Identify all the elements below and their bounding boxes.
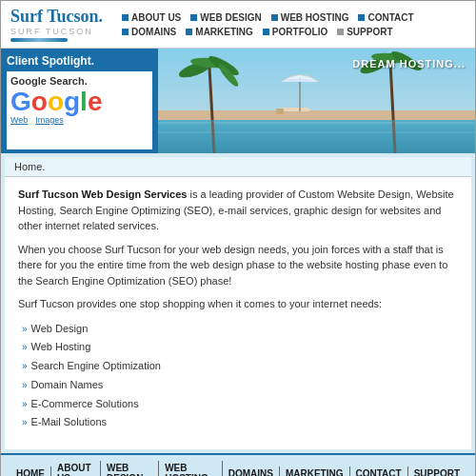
nav-square-icon <box>122 14 129 21</box>
google-images-link[interactable]: Images <box>35 115 64 125</box>
nav-about-us-label: ABOUT US <box>131 12 181 23</box>
nav-about-us[interactable]: ABOUT US <box>122 12 181 23</box>
client-spotlight-title: Client Spotlight. <box>7 54 152 68</box>
google-logo: Google <box>10 89 149 115</box>
logo-text: Surf Tucson. <box>10 7 103 27</box>
service-item-6: E-Mail Solutions <box>22 413 458 432</box>
service-item-3: Search Engine Optimization <box>22 357 458 376</box>
nav-portfolio-label: PORTFOLIO <box>272 27 327 37</box>
services-list: Web Design Web Hosting Search Engine Opt… <box>22 320 458 433</box>
content-area: Home. Surf Tucson Web Design Services is… <box>1 153 475 453</box>
footer-nav-contact[interactable]: CONTACT <box>350 466 408 476</box>
nav-support-label: SUPPORT <box>347 27 392 37</box>
footer-nav-webhosting[interactable]: WEB HOSTING <box>159 461 223 476</box>
service-item-1: Web Design <box>22 320 458 339</box>
para3: Surf Tucson provides one stop shopping w… <box>18 296 458 312</box>
nav-web-hosting-label: WEB HOSTING <box>281 12 349 23</box>
footer-nav-support[interactable]: SUPPORT <box>408 466 466 476</box>
footer-nav: HOME ABOUT US WEB DESIGN WEB HOSTING DOM… <box>1 453 475 476</box>
nav-contact-label: CONTACT <box>367 12 413 23</box>
google-sub-links: Web Images <box>10 115 149 125</box>
nav-square-icon <box>122 29 129 35</box>
footer-nav-webdesign[interactable]: WEB DESIGN <box>101 461 159 476</box>
svg-rect-17 <box>158 120 475 153</box>
client-spotlight: Client Spotlight. Google Search. Google … <box>1 49 158 153</box>
nav-domains[interactable]: DOMAINS <box>122 27 176 37</box>
spotlight-content: Google Search. Google Web Images <box>7 71 152 149</box>
svg-rect-14 <box>281 108 309 111</box>
nav-web-design-label: WEB DESIGN <box>200 12 261 23</box>
nav-area: ABOUT US WEB DESIGN WEB HOSTING CONTACT <box>122 12 414 37</box>
footer-nav-about[interactable]: ABOUT US <box>51 461 101 476</box>
nav-web-hosting[interactable]: WEB HOSTING <box>271 12 349 23</box>
service-item-5: E-Commerce Solutions <box>22 395 458 414</box>
banner: Client Spotlight. Google Search. Google … <box>1 49 475 153</box>
nav-square-icon <box>263 29 269 35</box>
nav-marketing-label: MARKETING <box>195 27 253 37</box>
footer-nav-domains[interactable]: DOMAINS <box>223 466 280 476</box>
nav-support[interactable]: SUPPORT <box>337 27 392 37</box>
logo-area: Surf Tucson. SURF TUCSON <box>10 7 103 42</box>
nav-row-2: DOMAINS MARKETING PORTFOLIO SUPPORT <box>122 27 414 37</box>
nav-square-icon <box>186 29 192 35</box>
footer-nav-home[interactable]: HOME <box>10 466 51 476</box>
nav-contact[interactable]: CONTACT <box>358 12 413 23</box>
nav-portfolio[interactable]: PORTFOLIO <box>263 27 327 37</box>
service-item-4: Domain Names <box>22 376 458 395</box>
google-label: Google Search. <box>10 75 149 87</box>
para2: When you choose Surf Tucson for your web… <box>18 242 458 289</box>
google-web-link[interactable]: Web <box>10 115 28 125</box>
logo-wave <box>10 38 68 42</box>
header: Surf Tucson. SURF TUCSON ABOUT US WEB DE… <box>1 1 475 49</box>
nav-square-icon <box>358 14 365 21</box>
nav-row-1: ABOUT US WEB DESIGN WEB HOSTING CONTACT <box>122 12 414 23</box>
nav-domains-label: DOMAINS <box>131 27 176 37</box>
svg-rect-15 <box>276 109 284 114</box>
intro-bold: Surf Tucson Web Design Services <box>18 188 187 200</box>
nav-square-icon <box>271 14 278 21</box>
nav-web-design[interactable]: WEB DESIGN <box>190 12 261 23</box>
footer-nav-marketing[interactable]: MARKETING <box>280 466 350 476</box>
breadcrumb: Home. <box>5 157 471 177</box>
service-item-2: Web Hosting <box>22 338 458 357</box>
nav-square-icon <box>337 29 344 35</box>
inner-content: Home. Surf Tucson Web Design Services is… <box>5 157 471 449</box>
intro-paragraph: Surf Tucson Web Design Services is a lea… <box>18 187 458 234</box>
logo-sub: SURF TUCSON <box>10 27 103 36</box>
nav-square-icon <box>190 14 197 21</box>
dream-hosting-text: DREAM HOSTING... <box>352 58 466 69</box>
nav-marketing[interactable]: MARKETING <box>186 27 253 37</box>
svg-rect-4 <box>158 110 475 120</box>
main-content: Surf Tucson Web Design Services is a lea… <box>5 177 471 449</box>
dream-hosting-banner: DREAM HOSTING... <box>158 49 475 153</box>
